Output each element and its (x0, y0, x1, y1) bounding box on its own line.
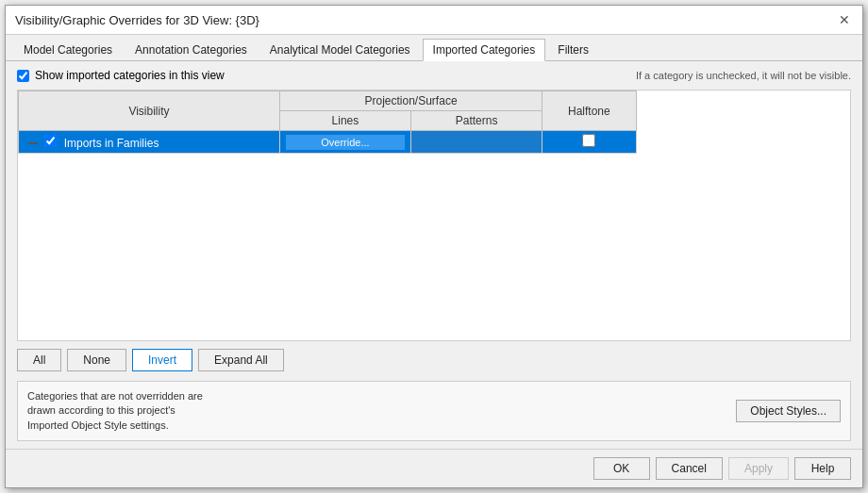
all-button[interactable]: All (17, 349, 61, 371)
dialog-footer: OK Cancel Apply Help (6, 449, 862, 487)
expand-all-button[interactable]: Expand All (198, 349, 284, 371)
category-table: Visibility Projection/Surface Halftone L… (18, 90, 850, 154)
category-table-area: Visibility Projection/Surface Halftone L… (17, 90, 851, 341)
ok-button[interactable]: OK (593, 457, 650, 480)
show-checkbox-row: Show imported categories in this view (17, 69, 225, 82)
footer-section: Categories that are not overridden are d… (17, 381, 851, 441)
col-projection-surface: Projection/Surface (279, 91, 542, 111)
table-row[interactable]: Imports in Families Override... (19, 131, 851, 154)
dialog-title: Visibility/Graphic Overrides for 3D View… (15, 13, 259, 27)
show-imported-label: Show imported categories in this view (35, 69, 225, 82)
dash-icon (28, 142, 38, 144)
title-bar: Visibility/Graphic Overrides for 3D View… (6, 6, 862, 35)
col-halftone: Halftone (542, 91, 636, 131)
hint-text: If a category is unchecked, it will not … (636, 70, 851, 81)
tab-imported[interactable]: Imported Categories (423, 39, 546, 61)
top-row: Show imported categories in this view If… (17, 69, 851, 82)
show-imported-checkbox[interactable] (17, 70, 29, 82)
object-styles-button[interactable]: Object Styles... (736, 400, 841, 422)
patterns-cell (411, 131, 542, 154)
col-patterns: Patterns (411, 111, 542, 131)
tab-analytical[interactable]: Analytical Model Categories (259, 39, 421, 60)
tab-bar: Model Categories Annotation Categories A… (6, 35, 862, 61)
visibility-cell: Imports in Families (19, 131, 280, 154)
help-button[interactable]: Help (794, 457, 851, 480)
main-dialog: Visibility/Graphic Overrides for 3D View… (5, 5, 863, 488)
override-button[interactable]: Override... (286, 135, 405, 150)
bottom-buttons: All None Invert Expand All (17, 349, 851, 371)
halftone-cell[interactable] (542, 131, 636, 154)
row-label: Imports in Families (64, 137, 159, 150)
col-lines: Lines (279, 111, 410, 131)
lines-override-cell[interactable]: Override... (279, 131, 410, 154)
apply-button[interactable]: Apply (728, 457, 789, 480)
halftone-checkbox[interactable] (582, 134, 595, 147)
tab-model[interactable]: Model Categories (13, 39, 123, 60)
tab-content: Show imported categories in this view If… (6, 61, 862, 449)
tab-filters[interactable]: Filters (547, 39, 599, 60)
close-button[interactable]: ✕ (836, 11, 853, 28)
footer-description: Categories that are not overridden are d… (27, 389, 216, 433)
row-visibility-checkbox[interactable] (44, 135, 57, 147)
col-visibility: Visibility (19, 91, 280, 131)
invert-button[interactable]: Invert (132, 349, 192, 371)
tab-annotation[interactable]: Annotation Categories (125, 39, 258, 60)
cancel-button[interactable]: Cancel (656, 457, 723, 480)
none-button[interactable]: None (67, 349, 126, 371)
